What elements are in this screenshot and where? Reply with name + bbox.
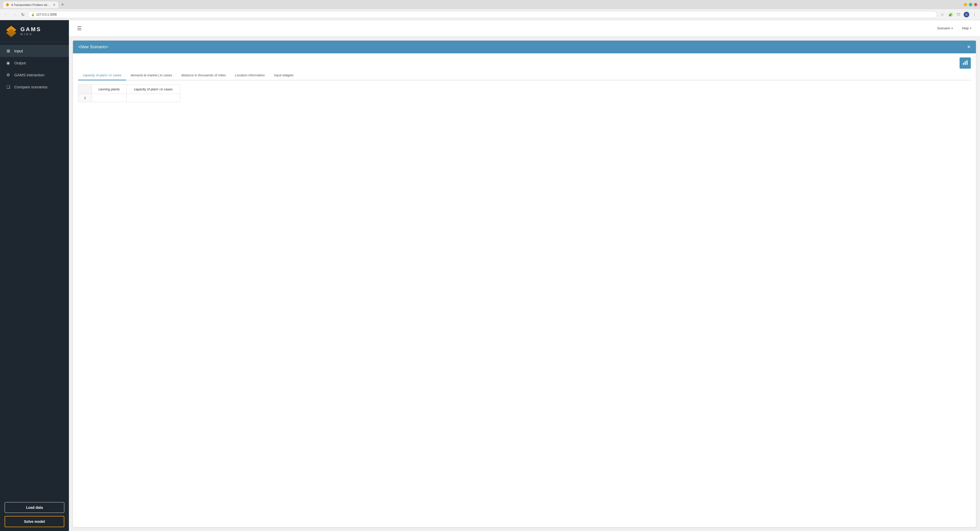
close-scenario-button[interactable]: ✕ (967, 44, 971, 50)
scenario-label: Scenario (937, 26, 950, 30)
table-container: canning plants capacity of plant i in ca… (78, 85, 971, 102)
browser-chrome: A Transportation Problem with m... ✕ + –… (0, 0, 980, 20)
input-icon: ⊞ (6, 48, 11, 53)
app-container: GAMS MIRO ⊞ Input ◉ Output ⚙ GAMS intera… (0, 20, 980, 531)
table-row: 1 (78, 94, 180, 102)
profile-button[interactable]: A (964, 12, 969, 18)
scenario-title: <New Scenario> (78, 45, 108, 49)
compare-icon: ❏ (6, 85, 11, 89)
logo-text-block: GAMS MIRO (21, 26, 41, 36)
solve-model-button[interactable]: Solve model (5, 516, 64, 527)
hamburger-button[interactable]: ☰ (75, 24, 84, 32)
sidebar-label-gams: GAMS interaction (14, 73, 45, 77)
table-col1-header: canning plants (92, 85, 126, 94)
table-cell-capacity[interactable] (126, 94, 180, 102)
browser-tab: A Transportation Problem with m... ✕ (3, 1, 59, 8)
logo-icon (5, 25, 18, 37)
table-cell-canning[interactable] (92, 94, 126, 102)
logo-miro-text: MIRO (21, 33, 41, 36)
sidebar-label-compare: Compare scenarios (14, 85, 48, 89)
scenario-dropdown-button[interactable]: Scenario ▾ (935, 25, 955, 32)
svg-rect-4 (965, 61, 966, 65)
address-text: 127.0.0.1:3308 (36, 13, 57, 16)
tab-demand[interactable]: demand at market j in cases (126, 71, 177, 80)
minimize-button[interactable]: – (964, 3, 967, 6)
sidebar-item-input[interactable]: ⊞ Input (0, 45, 69, 57)
address-bar[interactable]: 🔒 127.0.0.1:3308 (28, 11, 937, 18)
svg-rect-3 (963, 63, 964, 65)
browser-titlebar: A Transportation Problem with m... ✕ + –… (0, 0, 980, 9)
tab-title: A Transportation Problem with m... (11, 3, 51, 6)
favicon-icon (6, 3, 9, 6)
shield-button[interactable]: 🛡 (956, 11, 962, 18)
browser-actions: ☆ 🧩 🛡 A ⋮ (939, 11, 977, 18)
chart-button-row (78, 57, 971, 69)
help-dropdown-button[interactable]: Help ▾ (959, 25, 974, 32)
back-button[interactable]: ← (3, 12, 9, 18)
maximize-button[interactable]: □ (969, 3, 972, 6)
logo-gams-text: GAMS (21, 26, 41, 33)
sidebar-label-input: Input (14, 49, 23, 53)
sidebar-item-compare[interactable]: ❏ Compare scenarios (0, 81, 69, 93)
tab-widgets[interactable]: Input widgets (269, 71, 298, 80)
chart-bar-icon (963, 60, 968, 67)
sidebar: GAMS MIRO ⊞ Input ◉ Output ⚙ GAMS intera… (0, 20, 69, 531)
help-label: Help (962, 26, 969, 30)
topbar-right: Scenario ▾ Help ▾ (935, 25, 974, 32)
table-row-num: 1 (78, 94, 92, 102)
table-col2-header: capacity of plant i in cases (126, 85, 180, 94)
table-index-header (78, 85, 92, 94)
new-tab-button[interactable]: + (60, 2, 65, 7)
chart-view-button[interactable] (959, 57, 971, 69)
topbar-left: ☰ (75, 24, 84, 32)
sidebar-item-output[interactable]: ◉ Output (0, 57, 69, 69)
lock-icon: 🔒 (31, 13, 35, 16)
tab-distance[interactable]: distance in thousands of miles (177, 71, 230, 80)
tab-location[interactable]: Location information (230, 71, 269, 80)
sidebar-logo: GAMS MIRO (0, 20, 69, 42)
main-content: ☰ Scenario ▾ Help ▾ <New Scenario> ✕ (69, 20, 980, 531)
forward-button[interactable]: → (11, 12, 18, 18)
close-tab-button[interactable]: ✕ (53, 3, 56, 6)
extensions-button[interactable]: 🧩 (947, 11, 953, 18)
sidebar-buttons: Load data Solve model (0, 498, 69, 531)
gams-icon: ⚙ (6, 72, 11, 77)
scenario-body: capacity of plant i in cases demand at m… (73, 53, 976, 527)
sidebar-label-output: Output (14, 61, 26, 65)
topbar: ☰ Scenario ▾ Help ▾ (69, 20, 980, 37)
bookmark-button[interactable]: ☆ (939, 11, 945, 18)
sidebar-item-gams-interaction[interactable]: ⚙ GAMS interaction (0, 69, 69, 81)
scenario-chevron-icon: ▾ (951, 27, 953, 30)
tab-capacity[interactable]: capacity of plant i in cases (78, 71, 126, 80)
sidebar-nav: ⊞ Input ◉ Output ⚙ GAMS interaction ❏ Co… (0, 42, 69, 498)
load-data-button[interactable]: Load data (5, 502, 64, 513)
close-window-button[interactable]: ✕ (974, 3, 977, 6)
reload-button[interactable]: ↻ (20, 12, 26, 18)
scenario-panel: <New Scenario> ✕ (73, 41, 976, 527)
browser-toolbar: ← → ↻ 🔒 127.0.0.1:3308 ☆ 🧩 🛡 A ⋮ (0, 9, 980, 20)
capacity-table: canning plants capacity of plant i in ca… (78, 85, 180, 102)
scenario-header: <New Scenario> ✕ (73, 41, 976, 53)
menu-button[interactable]: ⋮ (971, 11, 977, 18)
help-chevron-icon: ▾ (970, 27, 971, 30)
output-icon: ◉ (6, 61, 11, 65)
svg-rect-5 (966, 60, 967, 65)
tabs: capacity of plant i in cases demand at m… (78, 71, 971, 80)
window-controls: – □ ✕ (964, 3, 977, 6)
